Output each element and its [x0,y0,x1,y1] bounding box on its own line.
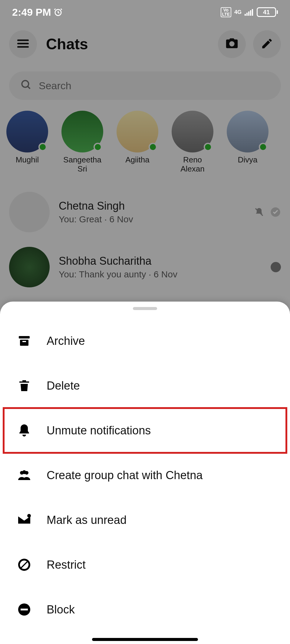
svg-point-0 [22,80,28,87]
svg-rect-10 [22,341,26,342]
story-item[interactable]: Sangeetha Sri [61,111,104,174]
envelope-icon [16,512,33,528]
group-icon [16,467,33,484]
online-dot [149,143,157,151]
story-avatar [227,111,269,152]
compose-icon [261,37,273,51]
battery-level: 41 [263,9,270,16]
chat-avatar [9,247,50,287]
battery-indicator: 41 [257,7,278,17]
chat-row[interactable]: Shobha Sucharitha You: Thank you aunty ·… [9,240,281,295]
volte-badge: Vo LTE [221,7,231,17]
search-icon [20,79,31,93]
story-avatar [172,111,213,152]
context-menu-sheet: Archive Delete Unmute notifications Crea… [0,302,290,644]
network-badge: 4G [234,10,242,14]
seen-avatar [271,262,281,272]
home-indicator[interactable] [92,638,198,641]
menu-restrict[interactable]: Restrict [0,542,290,587]
svg-point-14 [27,514,31,518]
story-avatar [117,111,158,152]
svg-rect-4 [246,13,248,16]
chat-preview: You: Great · 6 Nov [59,214,245,224]
menu-label: Delete [47,379,80,392]
chat-row[interactable]: Chetna Singh You: Great · 6 Nov [9,185,281,240]
sheet-handle[interactable] [133,307,157,310]
stories-row: Mughil Sangeetha Sri Agiitha Reno Alexan… [0,100,290,174]
chat-name: Chetna Singh [59,200,245,212]
online-dot [94,143,102,151]
svg-rect-6 [250,10,251,16]
signal-icon [245,8,254,16]
trash-icon [16,377,33,394]
svg-rect-16 [21,609,28,610]
restrict-icon [16,556,33,573]
block-icon [16,601,33,618]
muted-icon [254,207,265,217]
chat-preview: You: Thank you aunty · 6 Nov [59,269,262,280]
svg-rect-7 [252,9,253,16]
chat-name: Shobha Sucharitha [59,255,262,267]
story-name: Sangeetha Sri [61,155,104,174]
menu-create-group[interactable]: Create group chat with Chetna [0,453,290,498]
story-name: Divya [238,155,257,165]
menu-label: Mark as unread [47,514,127,527]
menu-button[interactable] [9,30,37,58]
menu-label: Archive [47,335,85,348]
status-time: 2:49 PM [12,6,51,18]
menu-archive[interactable]: Archive [0,319,290,363]
menu-block[interactable]: Block [0,587,290,632]
svg-rect-5 [248,11,249,16]
camera-icon [225,37,239,52]
search-placeholder: Search [39,80,71,92]
story-avatar [6,111,48,152]
camera-button[interactable] [218,30,246,58]
svg-rect-9 [20,340,28,346]
story-item[interactable]: Reno Alexan [171,111,214,174]
page-title: Chats [46,35,209,53]
online-dot [204,143,212,151]
menu-mark-unread[interactable]: Mark as unread [0,498,290,542]
search-input[interactable]: Search [9,71,281,100]
svg-point-13 [22,470,26,474]
online-dot [259,143,267,151]
chat-avatar [9,192,50,232]
story-name: Agiitha [125,155,150,165]
menu-unmute-notifications[interactable]: Unmute notifications [4,408,286,453]
story-avatar [61,111,103,152]
story-item[interactable]: Divya [226,111,269,174]
status-bar: 2:49 PM Vo LTE 4G 41 [0,0,290,24]
story-item[interactable]: Agiitha [116,111,159,174]
svg-rect-3 [245,14,246,16]
alarm-icon [54,8,63,17]
compose-button[interactable] [253,30,281,58]
menu-label: Create group chat with Chetna [47,469,203,482]
menu-label: Unmute notifications [47,424,151,437]
menu-label: Block [47,603,75,616]
story-item[interactable]: Mughil [6,111,48,174]
delivered-icon [270,207,281,217]
story-name: Mughil [16,155,39,165]
menu-icon [16,37,30,51]
story-name: Reno Alexan [171,155,214,174]
menu-label: Restrict [47,558,86,571]
bell-icon [16,422,33,439]
svg-rect-8 [19,336,30,338]
online-dot [38,143,47,151]
menu-delete[interactable]: Delete [0,363,290,408]
archive-icon [16,332,33,349]
